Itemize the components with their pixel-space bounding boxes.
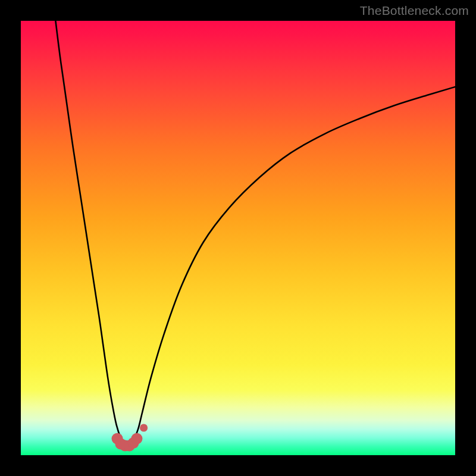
curves-svg	[21, 21, 455, 455]
chart-frame: TheBottleneck.com	[0, 0, 476, 476]
left-curve	[55, 21, 133, 446]
right-curve	[134, 87, 455, 440]
watermark-text: TheBottleneck.com	[360, 4, 469, 18]
marker-point	[140, 424, 148, 431]
marker-point	[131, 433, 142, 444]
plot-area	[21, 21, 455, 455]
